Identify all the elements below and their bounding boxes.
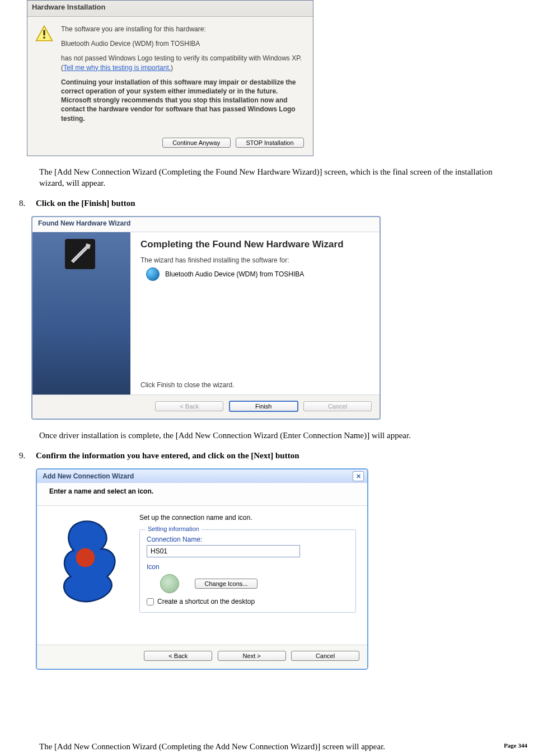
create-shortcut-checkbox[interactable] — [147, 598, 154, 605]
svg-rect-2 — [43, 37, 45, 39]
wizard-close-line: Click Finish to close the wizard. — [140, 381, 369, 389]
logo-testing-link[interactable]: Tell me why this testing is important. — [63, 64, 171, 72]
dialog-title: Hardware Installation — [27, 1, 313, 17]
wizard-heading: Completing the Found New Hardware Wizard — [140, 239, 369, 250]
continue-anyway-button[interactable]: Continue Anyway — [162, 138, 231, 148]
create-shortcut-row[interactable]: Create a shortcut on the desktop — [147, 598, 349, 605]
warning-icon — [35, 25, 53, 43]
wizard-banner — [32, 232, 130, 395]
wizard-device-name: Bluetooth Audio Device (WDM) from TOSHIB… — [165, 270, 304, 278]
svg-rect-1 — [43, 30, 45, 36]
step-9: 9. Confirm the information you have ente… — [19, 451, 534, 461]
hw-device-name: Bluetooth Audio Device (WDM) from TOSHIB… — [61, 39, 305, 48]
step-9-text: Confirm the information you have entered… — [36, 451, 299, 461]
dlg3-setup-line: Set up the connection name and icon. — [139, 514, 356, 522]
body-text-after-dlg2: Once driver installation is complete, th… — [39, 430, 515, 441]
hw-line1: The software you are installing for this… — [61, 25, 305, 34]
page-number: Page 344 — [504, 742, 527, 752]
back-button[interactable]: < Back — [144, 651, 212, 661]
stop-installation-button[interactable]: STOP Installation — [236, 138, 304, 148]
fieldset-legend: Setting information — [146, 525, 202, 532]
step-8-number: 8. — [19, 199, 36, 208]
hw-warning-paragraph: Continuing your installation of this sof… — [61, 78, 305, 123]
found-new-hardware-wizard-dialog: Found New Hardware Wizard Completing the… — [31, 216, 381, 420]
step-8: 8. Click on the [Finish] button — [19, 199, 534, 208]
connection-name-label: Connection Name: — [147, 536, 349, 543]
back-button: < Back — [155, 401, 223, 411]
dlg2-title: Found New Hardware Wizard — [32, 217, 380, 232]
hw-logo-line: has not passed Windows Logo testing to v… — [61, 54, 305, 72]
change-icons-button[interactable]: Change Icons... — [195, 579, 257, 589]
create-shortcut-label: Create a shortcut on the desktop — [157, 598, 255, 605]
wizard-device-row: Bluetooth Audio Device (WDM) from TOSHIB… — [146, 267, 369, 281]
wizard-banner-icon — [65, 239, 95, 269]
step-8-text: Click on the [Finish] button — [36, 199, 135, 208]
setting-information-group: Setting information Connection Name: Ico… — [139, 529, 356, 613]
connection-icon — [160, 574, 179, 593]
cancel-button[interactable]: Cancel — [291, 651, 359, 661]
connection-name-input[interactable] — [147, 545, 300, 557]
icon-label: Icon — [147, 563, 349, 571]
hardware-installation-dialog: Hardware Installation The software you a… — [27, 0, 313, 156]
dlg3-title: Add New Connection Wizard — [43, 472, 134, 480]
svg-point-4 — [76, 548, 95, 567]
body-text-after-dlg1: The [Add New Connection Wizard (Completi… — [39, 166, 515, 189]
next-button[interactable]: Next > — [218, 651, 286, 661]
logo-line-post: ) — [171, 64, 173, 72]
footer-text: The [Add New Connection Wizard (Completi… — [39, 742, 385, 752]
dlg3-subheading: Enter a name and select an icon. — [37, 483, 367, 506]
finish-button[interactable]: Finish — [229, 401, 298, 412]
close-icon[interactable]: ✕ — [353, 471, 364, 481]
step-9-number: 9. — [19, 451, 36, 461]
dlg3-graphic — [47, 514, 139, 637]
add-new-connection-wizard-dialog: Add New Connection Wizard ✕ Enter a name… — [36, 468, 368, 670]
cancel-button: Cancel — [303, 401, 372, 411]
wizard-subline: The wizard has finished installing the s… — [140, 256, 369, 264]
device-icon — [146, 267, 160, 281]
